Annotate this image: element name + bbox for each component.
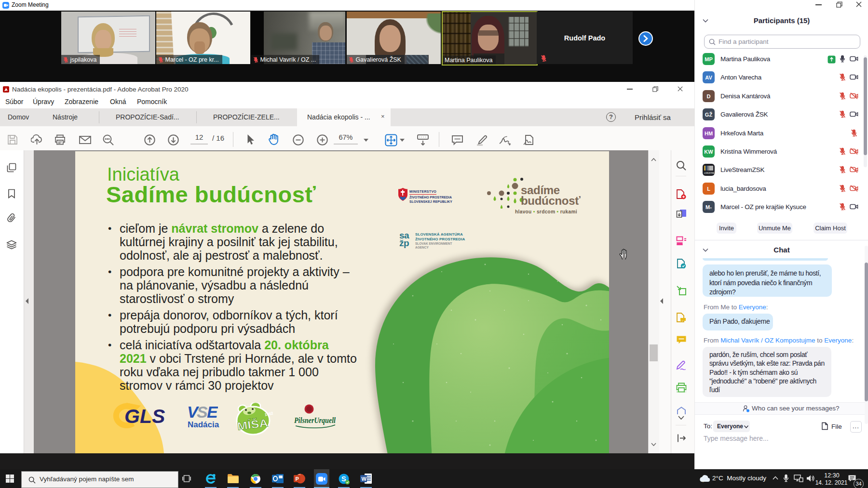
svg-text:PilsnerUrquell: PilsnerUrquell xyxy=(294,416,336,425)
svg-text:E: E xyxy=(207,405,218,419)
svg-text:W: W xyxy=(362,476,367,482)
svg-text:S: S xyxy=(197,405,208,419)
svg-text:P: P xyxy=(296,476,299,482)
svg-text:GLS: GLS xyxy=(124,405,165,427)
